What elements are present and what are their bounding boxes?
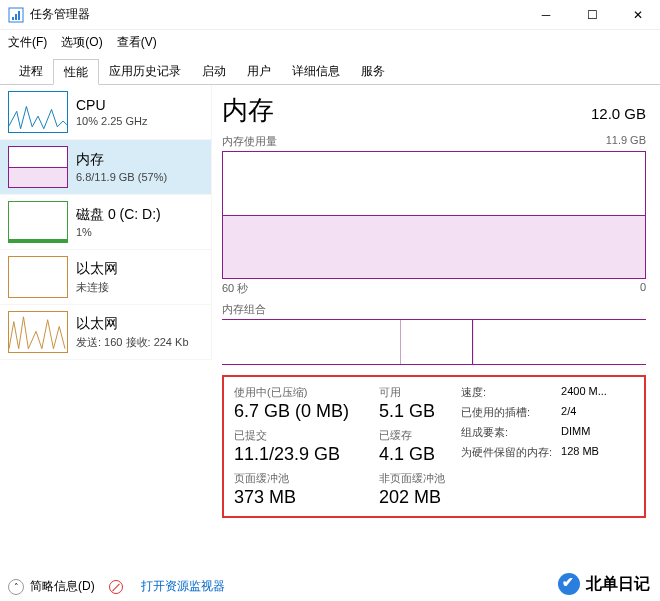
stat-cached-label: 已缓存 <box>379 428 445 443</box>
stat-inuse-label: 使用中(已压缩) <box>234 385 349 400</box>
tab-details[interactable]: 详细信息 <box>281 58 351 84</box>
stat-pagedpool-label: 页面缓冲池 <box>234 471 349 486</box>
sidebar-memory-title: 内存 <box>76 151 167 169</box>
stats-col-2: 可用5.1 GB 已缓存4.1 GB 非页面缓冲池202 MB <box>379 385 445 508</box>
memory-thumb <box>8 146 68 188</box>
svg-rect-2 <box>15 14 17 20</box>
graph-time-left: 60 秒 <box>222 281 248 296</box>
spec-reserved-k: 为硬件保留的内存: <box>461 445 561 460</box>
resmon-icon <box>109 580 123 594</box>
sidebar-eth1-title: 以太网 <box>76 260 118 278</box>
disk-thumb <box>8 201 68 243</box>
maximize-button[interactable]: ☐ <box>578 5 606 25</box>
spec-slots-k: 已使用的插槽: <box>461 405 561 420</box>
sidebar-disk-sub: 1% <box>76 226 161 238</box>
sidebar-item-ethernet-2[interactable]: 以太网 发送: 160 接收: 224 Kb <box>0 305 212 360</box>
chevron-up-icon[interactable]: ˄ <box>8 579 24 595</box>
stat-committed-value: 11.1/23.9 GB <box>234 444 349 465</box>
memory-capacity: 12.0 GB <box>591 105 646 122</box>
sidebar-item-memory[interactable]: 内存 6.8/11.9 GB (57%) <box>0 140 212 195</box>
usage-graph-max: 11.9 GB <box>606 134 646 149</box>
stat-pagedpool-value: 373 MB <box>234 487 349 508</box>
tab-bar: 进程 性能 应用历史记录 启动 用户 详细信息 服务 <box>0 54 660 85</box>
sidebar-memory-sub: 6.8/11.9 GB (57%) <box>76 171 167 183</box>
open-resmon-link[interactable]: 打开资源监视器 <box>141 578 225 595</box>
memory-spec: 速度:2400 M... 已使用的插槽:2/4 组成要素:DIMM 为硬件保留的… <box>461 385 607 508</box>
sidebar-item-cpu[interactable]: CPU 10% 2.25 GHz <box>0 85 212 140</box>
sidebar-disk-title: 磁盘 0 (C: D:) <box>76 206 161 224</box>
spec-form-k: 组成要素: <box>461 425 561 440</box>
watermark-logo-icon <box>558 573 580 595</box>
minimize-button[interactable]: ─ <box>532 5 560 25</box>
stats-col-1: 使用中(已压缩)6.7 GB (0 MB) 已提交11.1/23.9 GB 页面… <box>234 385 349 508</box>
tab-app-history[interactable]: 应用历史记录 <box>98 58 192 84</box>
sidebar-eth2-title: 以太网 <box>76 315 189 333</box>
sidebar-item-ethernet-1[interactable]: 以太网 未连接 <box>0 250 212 305</box>
watermark: 北单日记 <box>558 573 650 595</box>
spec-reserved-v: 128 MB <box>561 445 599 460</box>
menu-options[interactable]: 选项(O) <box>61 34 102 51</box>
memory-usage-graph <box>222 151 646 279</box>
stat-committed-label: 已提交 <box>234 428 349 443</box>
stat-nonpaged-value: 202 MB <box>379 487 445 508</box>
stats-highlight-box: 使用中(已压缩)6.7 GB (0 MB) 已提交11.1/23.9 GB 页面… <box>222 375 646 518</box>
spec-slots-v: 2/4 <box>561 405 576 420</box>
tab-services[interactable]: 服务 <box>350 58 396 84</box>
svg-rect-1 <box>12 17 14 20</box>
stat-available-value: 5.1 GB <box>379 401 445 422</box>
tab-performance[interactable]: 性能 <box>53 59 99 85</box>
app-icon <box>8 7 24 23</box>
fewer-details-link[interactable]: 简略信息(D) <box>30 578 95 595</box>
sidebar-item-disk[interactable]: 磁盘 0 (C: D:) 1% <box>0 195 212 250</box>
ethernet-thumb-1 <box>8 256 68 298</box>
composition-label: 内存组合 <box>222 302 646 317</box>
sidebar-cpu-sub: 10% 2.25 GHz <box>76 115 148 127</box>
footer: ˄ 简略信息(D) 打开资源监视器 <box>8 578 652 595</box>
sidebar-eth2-sub: 发送: 160 接收: 224 Kb <box>76 335 189 350</box>
tab-processes[interactable]: 进程 <box>8 58 54 84</box>
menubar: 文件(F) 选项(O) 查看(V) <box>0 30 660 54</box>
sidebar-cpu-title: CPU <box>76 97 148 113</box>
svg-rect-3 <box>18 11 20 20</box>
memory-composition-graph <box>222 319 646 365</box>
close-button[interactable]: ✕ <box>624 5 652 25</box>
spec-speed-v: 2400 M... <box>561 385 607 400</box>
spec-form-v: DIMM <box>561 425 590 440</box>
page-title: 内存 <box>222 93 274 128</box>
stat-cached-value: 4.1 GB <box>379 444 445 465</box>
spec-speed-k: 速度: <box>461 385 561 400</box>
sidebar-eth1-sub: 未连接 <box>76 280 118 295</box>
tab-startup[interactable]: 启动 <box>191 58 237 84</box>
graph-time-right: 0 <box>640 281 646 296</box>
sidebar: CPU 10% 2.25 GHz 内存 6.8/11.9 GB (57%) 磁盘… <box>0 85 212 575</box>
stat-nonpaged-label: 非页面缓冲池 <box>379 471 445 486</box>
tab-users[interactable]: 用户 <box>236 58 282 84</box>
watermark-text: 北单日记 <box>586 574 650 595</box>
usage-graph-label: 内存使用量 <box>222 134 277 149</box>
main-panel: 内存 12.0 GB 内存使用量 11.9 GB 60 秒 0 内存组合 使用中… <box>212 85 660 575</box>
stat-inuse-value: 6.7 GB (0 MB) <box>234 401 349 422</box>
stat-available-label: 可用 <box>379 385 445 400</box>
window-title: 任务管理器 <box>30 6 532 23</box>
titlebar: 任务管理器 ─ ☐ ✕ <box>0 0 660 30</box>
cpu-thumb <box>8 91 68 133</box>
menu-file[interactable]: 文件(F) <box>8 34 47 51</box>
ethernet-thumb-2 <box>8 311 68 353</box>
menu-view[interactable]: 查看(V) <box>117 34 157 51</box>
